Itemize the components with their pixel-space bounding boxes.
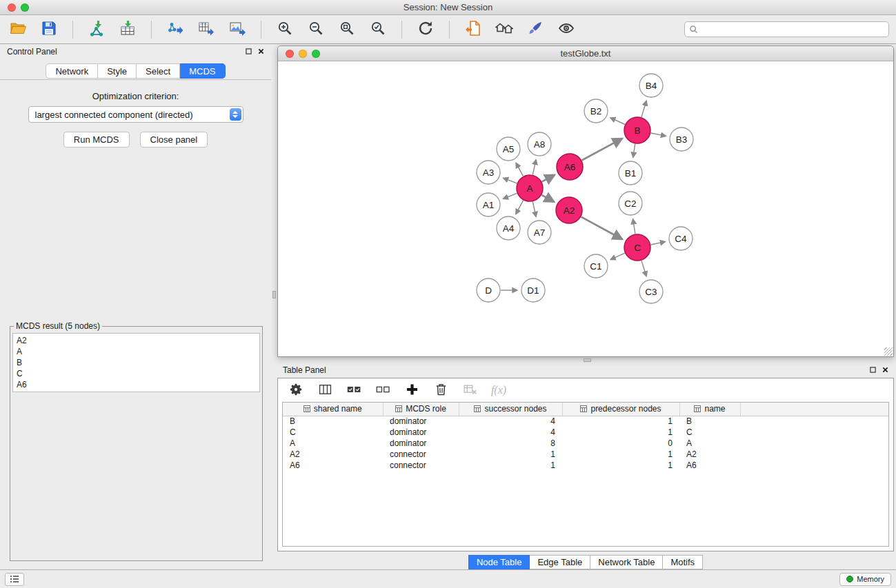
table-cell[interactable]: A6	[679, 460, 740, 471]
graph-node-B1[interactable]: B1	[619, 161, 642, 185]
table-cell[interactable]: 1	[562, 416, 679, 427]
table-cell[interactable]: 1	[562, 427, 679, 438]
graph-edge-A-A2[interactable]	[541, 195, 554, 202]
graph-edge-A-A6[interactable]	[542, 175, 555, 182]
column-header-name[interactable]: name	[679, 403, 740, 416]
open-session-button[interactable]	[7, 19, 29, 40]
table-cell[interactable]: A6	[283, 460, 383, 471]
graph-edge-C-C3[interactable]	[641, 261, 646, 276]
zoom-selected-button[interactable]	[367, 19, 389, 40]
graph-node-A[interactable]: A	[517, 175, 543, 201]
tab-motifs[interactable]: Motifs	[663, 555, 703, 569]
zoom-in-button[interactable]	[274, 19, 296, 40]
graph-node-D[interactable]: D	[477, 278, 500, 302]
tab-node-table[interactable]: Node Table	[468, 555, 530, 569]
graph-node-C1[interactable]: C1	[584, 254, 608, 278]
graph-node-B3[interactable]: B3	[670, 128, 693, 151]
column-header-shared-name[interactable]: shared name	[283, 403, 383, 416]
export-network-button[interactable]	[164, 19, 186, 40]
table-cell[interactable]: 8	[459, 438, 562, 449]
table-settings-button[interactable]	[288, 382, 304, 398]
table-row[interactable]: Cdominator41C	[283, 427, 888, 438]
select-all-rows-button[interactable]	[346, 382, 362, 398]
node-table-container[interactable]: shared nameMCDS rolesuccessor nodesprede…	[282, 402, 889, 547]
graph-edge-C-C2[interactable]	[633, 219, 635, 234]
table-cell[interactable]: B	[283, 416, 383, 427]
graph-edge-B-B4[interactable]	[641, 101, 646, 117]
tab-edge-table[interactable]: Edge Table	[530, 555, 590, 569]
table-row[interactable]: Adominator80A	[283, 438, 888, 449]
graph-node-B4[interactable]: B4	[639, 74, 663, 97]
network-canvas[interactable]: B4B2BB3A5A8A6A3B1AC2A1A2A4A7C4CC1DD1C3	[278, 61, 893, 356]
splitter-grip[interactable]	[272, 291, 276, 298]
graph-node-C[interactable]: C	[624, 234, 650, 261]
table-cell[interactable]: A	[679, 438, 740, 449]
deselect-all-rows-button[interactable]	[375, 382, 391, 398]
table-cell[interactable]: dominator	[383, 438, 459, 449]
graph-edge-B-B3[interactable]	[651, 133, 666, 136]
table-cell[interactable]: 1	[459, 460, 562, 471]
close-panel-button[interactable]: Close panel	[140, 132, 208, 148]
graph-node-A6[interactable]: A6	[557, 154, 583, 180]
graph-node-A2[interactable]: A2	[556, 197, 582, 223]
graph-edge-A-A7[interactable]	[532, 202, 536, 217]
search-input[interactable]	[684, 21, 889, 37]
result-item[interactable]: C	[17, 368, 256, 379]
graph-node-A8[interactable]: A8	[528, 132, 551, 156]
graph-node-A1[interactable]: A1	[477, 193, 500, 216]
table-panel-splitter[interactable]	[277, 357, 894, 363]
resize-handle-icon[interactable]	[884, 347, 893, 356]
export-image-button[interactable]	[226, 19, 248, 40]
graph-node-A7[interactable]: A7	[528, 221, 551, 244]
graph-node-C4[interactable]: C4	[669, 227, 693, 250]
save-session-button[interactable]	[38, 19, 60, 40]
table-cell[interactable]: 4	[459, 416, 562, 427]
graph-node-C2[interactable]: C2	[619, 192, 642, 215]
graph-edge-A6-B[interactable]	[582, 139, 622, 161]
delete-table-button[interactable]	[461, 382, 478, 398]
graph-edge-C-C1[interactable]	[610, 253, 625, 259]
table-cell[interactable]: 1	[562, 460, 679, 471]
graph-node-A5[interactable]: A5	[497, 137, 520, 161]
float-panel-icon[interactable]	[870, 365, 876, 375]
graph-edge-B-B2[interactable]	[610, 118, 625, 125]
column-header-MCDS-role[interactable]: MCDS role	[383, 403, 459, 416]
add-column-button[interactable]	[317, 382, 333, 398]
table-cell[interactable]: 1	[459, 449, 562, 460]
result-item[interactable]: A2	[17, 335, 256, 346]
graph-edge-B-B1[interactable]	[633, 144, 635, 158]
table-cell[interactable]: 4	[459, 427, 562, 438]
table-cell[interactable]: A2	[679, 449, 740, 460]
function-builder-button[interactable]: f(x)	[490, 382, 507, 398]
table-cell[interactable]: C	[283, 427, 383, 438]
graph-node-B[interactable]: B	[624, 117, 650, 143]
table-row[interactable]: A2connector11A2	[283, 449, 888, 460]
export-table-button[interactable]	[195, 19, 217, 40]
column-header-successor-nodes[interactable]: successor nodes	[459, 403, 562, 416]
table-cell[interactable]: connector	[383, 449, 459, 460]
network-graph[interactable]: B4B2BB3A5A8A6A3B1AC2A1A2A4A7C4CC1DD1C3	[278, 61, 891, 356]
apply-style-button[interactable]	[524, 19, 546, 40]
tab-network-table[interactable]: Network Table	[590, 555, 663, 569]
network-close-button[interactable]	[286, 50, 294, 58]
close-panel-icon[interactable]	[882, 365, 888, 375]
result-item[interactable]: A6	[17, 379, 256, 390]
graph-edge-A2-C[interactable]	[581, 217, 623, 239]
memory-button[interactable]: Memory	[839, 573, 891, 586]
close-window-button[interactable]	[8, 3, 16, 12]
zoom-window-button[interactable]	[21, 3, 29, 12]
add-row-button[interactable]	[404, 382, 420, 398]
graph-node-A3[interactable]: A3	[477, 161, 500, 184]
graph-edge-A-A3[interactable]	[504, 178, 517, 183]
delete-row-button[interactable]	[432, 382, 449, 398]
first-neighbors-button[interactable]	[493, 19, 515, 40]
tab-select[interactable]: Select	[137, 63, 180, 79]
table-cell[interactable]: B	[679, 416, 740, 427]
graph-edge-A-A1[interactable]	[503, 193, 517, 199]
graph-node-D1[interactable]: D1	[521, 278, 545, 302]
network-from-selection-button[interactable]	[462, 19, 484, 40]
graph-edge-A-A8[interactable]	[532, 160, 536, 175]
mcds-result-list[interactable]: A2ABCA6	[12, 333, 260, 392]
graph-node-A4[interactable]: A4	[497, 216, 520, 240]
table-cell[interactable]: connector	[383, 460, 459, 471]
